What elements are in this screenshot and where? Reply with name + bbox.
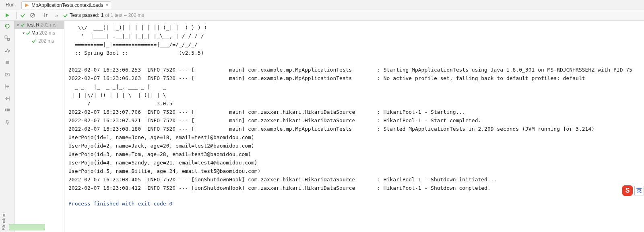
tree-item-time: 202 ms (41, 22, 56, 28)
pass-icon (31, 39, 36, 43)
test-status: Tests passed: 1 of 1 test – 202 ms (63, 12, 144, 18)
toggle-auto-test-button[interactable] (3, 34, 12, 43)
top-tab-bar: Run: MpApplicationTests.contextLoads × (0, 0, 644, 10)
left-vertical-tabs[interactable]: Structure (0, 211, 9, 232)
ime-indicator[interactable]: S 英 (622, 185, 644, 196)
svg-point-8 (4, 51, 5, 52)
svg-rect-9 (6, 61, 9, 64)
chevron-down-icon[interactable] (21, 31, 26, 35)
svg-marker-5 (5, 25, 7, 27)
import-button[interactable] (3, 94, 12, 103)
structure-tab[interactable]: Structure (0, 211, 7, 232)
rerun-button[interactable] (3, 11, 11, 19)
console-output[interactable]: \\/ ___)| |_)| | | | | || (_| | ) ) ) ) … (64, 21, 644, 232)
ime-language[interactable]: 英 (634, 186, 644, 195)
tree-item-time: 202 ms (39, 30, 55, 36)
rerun-failed-button[interactable] (3, 22, 12, 31)
status-prefix: Tests passed: (70, 12, 99, 18)
sogou-icon: S (622, 185, 633, 196)
show-passed-toggle[interactable] (19, 11, 27, 19)
svg-marker-0 (25, 4, 29, 7)
status-time: 202 ms (128, 12, 144, 18)
pass-icon (63, 13, 68, 18)
bottom-status-chip[interactable] (9, 224, 45, 230)
test-tree[interactable]: Test R202 msMp202 ms202 ms (14, 21, 64, 232)
close-icon[interactable]: × (105, 2, 108, 8)
svg-rect-12 (5, 109, 6, 110)
tree-row[interactable]: 202 ms (14, 37, 64, 45)
status-count: 1 (101, 12, 104, 18)
svg-rect-13 (5, 110, 6, 111)
test-config-icon (24, 2, 30, 8)
console-text: \\/ ___)| |_)| | | | | || (_| | ) ) ) ) … (68, 23, 640, 192)
tree-item-name: Mp (31, 30, 38, 36)
tab-label: MpApplicationTests.contextLoads (31, 2, 103, 8)
left-rail (0, 21, 14, 232)
tree-row[interactable]: Mp202 ms (14, 29, 64, 37)
status-sep: – (124, 12, 127, 18)
settings-button[interactable] (3, 46, 12, 55)
svg-line-4 (31, 14, 34, 17)
svg-point-11 (6, 74, 8, 75)
svg-rect-14 (7, 109, 10, 110)
overflow-icon[interactable]: » (54, 12, 60, 18)
svg-rect-15 (7, 110, 10, 111)
status-total: of 1 test (105, 12, 122, 18)
export-button[interactable] (3, 82, 12, 91)
dump-threads-button[interactable] (3, 70, 12, 79)
stop-button[interactable] (3, 58, 12, 67)
process-exit-line: Process finished with exit code 0 (68, 201, 640, 207)
layout-button[interactable] (3, 106, 12, 115)
pin-button[interactable] (3, 118, 12, 127)
pass-icon (26, 31, 31, 35)
show-ignored-toggle[interactable] (29, 11, 37, 19)
chevron-down-icon[interactable] (15, 23, 20, 27)
run-label: Run: (2, 2, 19, 8)
tree-item-time: 202 ms (38, 38, 54, 44)
tree-row[interactable]: Test R202 ms (14, 21, 64, 29)
svg-marker-2 (6, 13, 9, 17)
run-toolbar: » Tests passed: 1 of 1 test – 202 ms (0, 10, 644, 21)
sort-button[interactable] (41, 11, 50, 19)
pass-icon (20, 23, 25, 27)
divider (16, 12, 17, 19)
main-area: Test R202 msMp202 ms202 ms \\/ ___)| |_)… (0, 21, 644, 232)
run-config-tab[interactable]: MpApplicationTests.contextLoads × (21, 1, 111, 9)
tree-item-name: Test R (26, 22, 39, 28)
